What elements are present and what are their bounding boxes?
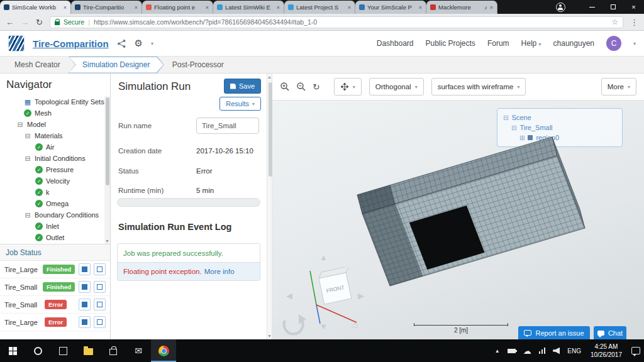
panel-scrollbar[interactable]: ▲ ▼	[267, 74, 272, 339]
job-results-button[interactable]	[79, 299, 91, 310]
forward-button[interactable]: →	[21, 18, 29, 27]
nav-help[interactable]: Help ▾	[521, 39, 541, 48]
job-results-button[interactable]	[79, 316, 91, 328]
minimize-button[interactable]	[582, 0, 602, 14]
collapse-icon[interactable]: ⊟	[24, 132, 31, 140]
project-title[interactable]: Tire-Comparition	[33, 38, 109, 49]
mesh-model[interactable]	[354, 133, 593, 290]
zoom-in-icon[interactable]	[280, 82, 290, 92]
job-delete-button[interactable]	[94, 316, 106, 328]
pan-right-icon[interactable]: ▶	[358, 291, 364, 300]
job-row[interactable]: Tire_Large Error	[0, 314, 110, 331]
tree-item[interactable]: ✓k	[0, 187, 104, 198]
more-info-link[interactable]: More info	[204, 268, 235, 275]
scene-root-item[interactable]: ⊟Scene	[503, 112, 616, 123]
nav-forum[interactable]: Forum	[487, 39, 509, 48]
tab-close-icon[interactable]: ×	[348, 4, 351, 11]
tree-item[interactable]: ✓Velocity	[0, 175, 104, 187]
chrome-taskbar-button[interactable]	[151, 339, 176, 362]
scrollbar-thumb[interactable]	[269, 82, 272, 177]
report-issue-button[interactable]: Report an issue	[518, 326, 590, 339]
bookmark-star-icon[interactable]: ☆	[611, 18, 618, 26]
file-explorer-button[interactable]	[75, 339, 101, 362]
rotate-view-icon[interactable]	[280, 312, 308, 339]
cortana-search-button[interactable]	[25, 339, 50, 362]
run-name-input[interactable]	[196, 118, 259, 134]
more-dropdown[interactable]: More ▾	[601, 78, 636, 96]
simscale-logo[interactable]	[8, 35, 25, 52]
tree-item[interactable]: ⊟Model	[0, 119, 104, 130]
network-indicator[interactable]	[535, 339, 550, 362]
browser-tab[interactable]: SimScale Workb ×	[0, 1, 71, 14]
render-mode-dropdown[interactable]: surfaces with wireframe ▾	[431, 78, 526, 96]
tab-close-icon[interactable]: ×	[277, 4, 280, 11]
tab-close-icon[interactable]: ×	[135, 4, 138, 11]
navigator-scrollbar[interactable]: ▼	[104, 96, 110, 244]
username[interactable]: chaunguyen	[553, 39, 594, 48]
collapse-icon[interactable]: ⊟	[503, 114, 508, 121]
start-button[interactable]	[0, 339, 25, 362]
gear-icon[interactable]: ⚙	[135, 38, 143, 49]
scrollbar-thumb[interactable]	[106, 97, 109, 185]
tree-item[interactable]: ✓Pressure	[0, 164, 104, 175]
job-row[interactable]: Tire_Large Finished	[0, 261, 110, 278]
home-view-icon[interactable]: ⌂	[352, 319, 358, 330]
scroll-down-icon[interactable]: ▼	[267, 334, 272, 338]
pan-left-icon[interactable]: ◀	[286, 291, 292, 300]
battery-indicator[interactable]	[504, 339, 519, 362]
orientation-cube[interactable]: FRONT	[304, 267, 364, 327]
save-button[interactable]: Save	[224, 79, 261, 94]
tree-item[interactable]: ⊟Initial Conditions	[0, 153, 104, 164]
job-row[interactable]: Tire_Small Finished	[0, 278, 110, 296]
mail-button[interactable]: ✉	[126, 339, 151, 362]
clock[interactable]: 4:25 AM10/26/2017	[585, 339, 628, 362]
refresh-view-icon[interactable]: ↻	[313, 82, 320, 92]
tab-post-processor[interactable]: Post-Processor	[164, 60, 232, 69]
tree-item[interactable]: ⊟Materials	[0, 130, 104, 141]
job-results-button[interactable]	[79, 281, 91, 293]
scroll-down-icon[interactable]: ▼	[104, 239, 110, 243]
audio-icon[interactable]: ♪	[484, 4, 487, 11]
tab-close-icon[interactable]: ×	[206, 4, 209, 11]
results-button[interactable]: Results▾	[219, 97, 261, 111]
chat-button[interactable]: Chat	[594, 326, 626, 339]
collapse-icon[interactable]: ⊟	[24, 211, 31, 219]
tree-item[interactable]: ✓Air	[0, 141, 104, 153]
job-delete-button[interactable]	[94, 281, 106, 293]
projection-dropdown[interactable]: Orthogonal ▾	[369, 78, 424, 96]
zoom-out-icon[interactable]	[296, 82, 306, 92]
tab-close-icon[interactable]: ×	[419, 4, 422, 11]
job-delete-button[interactable]	[94, 263, 106, 275]
tree-item[interactable]: ✓Inlet	[0, 221, 104, 232]
collapse-icon[interactable]: ⊟	[511, 124, 516, 131]
tab-simulation-designer[interactable]: Simulation Designer	[69, 57, 164, 74]
job-results-button[interactable]	[79, 263, 91, 275]
browser-tab[interactable]: Latest Project S ×	[284, 1, 355, 14]
browser-tab[interactable]: Tire-Comparitio ×	[71, 1, 142, 14]
browser-tab[interactable]: Latest SimWiki E ×	[213, 1, 284, 14]
address-bar[interactable]: Secure | https://www.simscale.com/workbe…	[50, 16, 623, 28]
action-center-button[interactable]	[628, 339, 644, 362]
scroll-up-icon[interactable]: ▲	[267, 75, 272, 79]
language-indicator[interactable]: ENG	[564, 339, 585, 362]
browser-tab[interactable]: Floating point e ×	[142, 1, 213, 14]
tree-item[interactable]: ✓Omega	[0, 198, 104, 209]
tab-close-icon[interactable]: ×	[490, 4, 493, 11]
store-button[interactable]	[101, 339, 126, 362]
share-icon[interactable]	[117, 39, 126, 48]
scene-model-item[interactable]: ⊟Tire_Small	[503, 123, 616, 133]
show-hidden-icons-button[interactable]: ▲	[491, 339, 504, 362]
tree-item[interactable]: ✓Outlet	[0, 232, 104, 243]
pan-down-icon[interactable]: ▼	[319, 322, 328, 331]
browser-tab[interactable]: Macklemore ♪ ×	[426, 1, 497, 14]
browser-profile-icon[interactable]	[556, 3, 565, 12]
task-view-button[interactable]	[50, 339, 75, 362]
tree-item[interactable]: ✓Mesh	[0, 107, 104, 119]
collapse-icon[interactable]: ⊟	[16, 121, 24, 128]
pan-up-icon[interactable]: ▲	[319, 253, 328, 262]
tab-close-icon[interactable]: ×	[64, 4, 67, 11]
collapse-icon[interactable]: ⊟	[24, 155, 31, 162]
maximize-button[interactable]	[602, 0, 623, 14]
reload-button[interactable]: ↻	[36, 18, 43, 27]
tree-item[interactable]: ▦Topological Entity Sets	[0, 96, 104, 107]
